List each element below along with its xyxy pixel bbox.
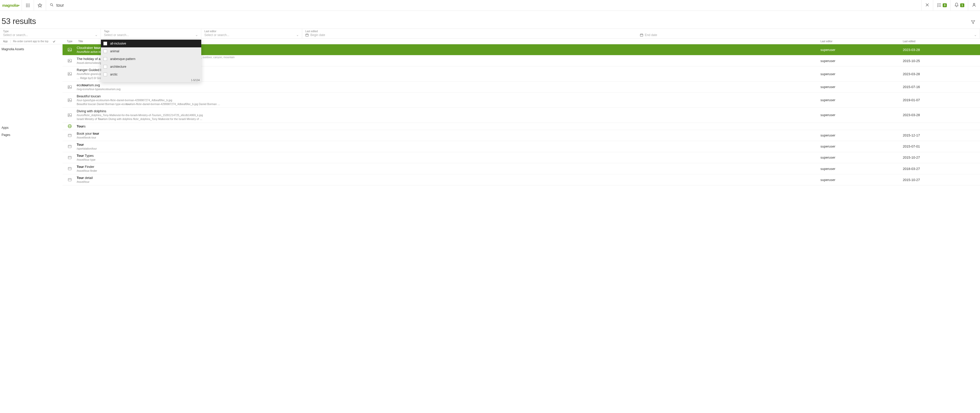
table-row[interactable]: AppsTours	[0, 123, 980, 130]
reorder-hint[interactable]: Re-order current app to the top	[13, 40, 48, 43]
filter-editor-input[interactable]	[204, 33, 295, 37]
svg-point-0	[26, 3, 27, 4]
favorites-button[interactable]	[34, 0, 46, 11]
filter-tags: Tags	[101, 29, 201, 38]
svg-marker-9	[38, 3, 42, 7]
filter-tags-input[interactable]	[104, 33, 194, 37]
chevron-down-icon	[195, 34, 198, 36]
table-row[interactable]: Tour detail/travel/toursuperuser2015-10-…	[0, 174, 980, 185]
table-row[interactable]: Tour Types/travel/tour-typesuperuser2015…	[0, 152, 980, 163]
row-editor: superuser	[821, 67, 903, 81]
row-title: Beautiful toucan	[77, 94, 100, 98]
image-icon	[67, 85, 72, 89]
row-edited: 2023-03-28	[903, 108, 980, 122]
svg-point-8	[29, 6, 29, 7]
row-editor: superuser	[821, 152, 903, 163]
top-bar: magnolia• tour 0	[0, 0, 980, 11]
svg-point-5	[29, 5, 29, 5]
row-editor: superuser	[821, 93, 903, 107]
row-editor: superuser	[821, 163, 903, 174]
row-path: /travel/tour-type	[77, 158, 95, 161]
row-editor: superuser	[821, 174, 903, 185]
filter-type: Type	[0, 29, 101, 38]
filter-bar: Type Tags Last editor Last edited Begin …	[0, 29, 980, 38]
row-title: Book your tour	[77, 132, 99, 136]
svg-point-1	[27, 3, 28, 4]
notifications-badge: 1	[960, 3, 964, 7]
globe-icon	[67, 124, 72, 129]
page-icon	[67, 166, 72, 171]
svg-rect-19	[306, 34, 309, 36]
calendar-icon	[640, 33, 643, 37]
tag-option-label: architecture	[110, 65, 126, 69]
row-path: /sportstation/tour	[77, 147, 97, 150]
group-label	[0, 163, 62, 166]
row-edited: 2015-12-17	[903, 130, 980, 141]
chevron-down-icon	[974, 34, 977, 36]
svg-rect-23	[640, 34, 643, 36]
filter-begin-date[interactable]: Begin date	[305, 33, 638, 37]
results-title: 53 results	[2, 16, 36, 26]
tag-option[interactable]: all-inclusive	[101, 40, 201, 47]
tag-option[interactable]: arabesque-pattern	[101, 55, 201, 63]
filter-edited-label: Last edited	[305, 30, 977, 33]
apps-grid-button[interactable]	[22, 0, 34, 11]
page-icon	[67, 177, 72, 182]
notifications-button[interactable]: 1	[950, 0, 968, 11]
row-path: /tours/flickr_dolphins_Tony-Malkevist-fo…	[77, 113, 203, 117]
user-icon	[972, 3, 977, 8]
tag-option[interactable]: architecture	[101, 63, 201, 70]
logo-text: magnolia	[2, 3, 18, 8]
tag-option[interactable]: animal	[101, 47, 201, 55]
row-editor: superuser	[821, 130, 903, 141]
end-date-placeholder: End date	[645, 33, 972, 37]
image-icon	[67, 98, 72, 102]
table-row[interactable]: PagesBook your tour/travel/book-toursupe…	[0, 130, 980, 141]
filter-type-input[interactable]	[3, 33, 94, 37]
search-input[interactable]: tour	[56, 3, 64, 8]
filter-toggle-button[interactable]	[969, 18, 977, 26]
tag-option[interactable]: arctic	[101, 70, 201, 78]
row-title: Cloudraker tour	[77, 46, 100, 50]
star-icon	[38, 3, 42, 8]
image-icon	[67, 113, 72, 117]
tags-dropdown[interactable]: all-inclusiveanimalarabesque-patternarch…	[101, 40, 201, 82]
tag-option-label: arctic	[110, 73, 118, 76]
row-edited: 2015-07-01	[903, 141, 980, 152]
svg-point-7	[27, 6, 28, 7]
clear-search-button[interactable]	[921, 0, 933, 11]
svg-marker-18	[971, 21, 975, 24]
table-row[interactable]: ecotourism.svg/svg-icons/tour-types/ecot…	[0, 81, 980, 93]
row-edited: 2015-10-27	[903, 174, 980, 185]
row-edited: 2023-03-28	[903, 44, 980, 55]
row-editor: superuser	[821, 108, 903, 122]
group-label	[0, 141, 62, 144]
checkbox-icon	[103, 65, 107, 69]
filter-type-label: Type	[3, 30, 97, 33]
table-row[interactable]: Beautiful toucan/tour-types/type-ecotour…	[0, 93, 980, 108]
page-icon	[67, 155, 72, 160]
tags-dropdown-counter: 1-5/134	[101, 78, 201, 82]
row-edited	[903, 123, 980, 130]
svg-point-6	[26, 6, 27, 7]
logo[interactable]: magnolia•	[0, 0, 22, 11]
table-row[interactable]: Diving with dolphins/tours/flickr_dolphi…	[0, 108, 980, 123]
tasks-icon	[937, 3, 942, 8]
svg-line-11	[52, 5, 53, 6]
row-path: /travel/tour	[77, 180, 89, 183]
svg-point-17	[973, 3, 975, 5]
row-path: /travel/book-tour	[77, 136, 96, 139]
group-label	[0, 174, 62, 177]
tasks-button[interactable]: 0	[933, 0, 950, 11]
row-edited: 2018-03-27	[903, 163, 980, 174]
user-menu-button[interactable]	[968, 0, 980, 11]
table-row[interactable]: Tour Finder/travel/tour-findersuperuser2…	[0, 163, 980, 174]
row-excerpt: Beautiful toucan Daniel Borman type-ecot…	[77, 102, 220, 106]
svg-point-10	[51, 3, 52, 6]
filter-end-date[interactable]: End date	[640, 33, 972, 37]
row-edited: 2015-07-16	[903, 81, 980, 92]
row-editor	[821, 123, 903, 130]
table-row[interactable]: Tour/sportstation/toursuperuser2015-07-0…	[0, 141, 980, 152]
row-title: Tour Types	[77, 154, 94, 158]
row-title: Tour	[77, 143, 84, 147]
